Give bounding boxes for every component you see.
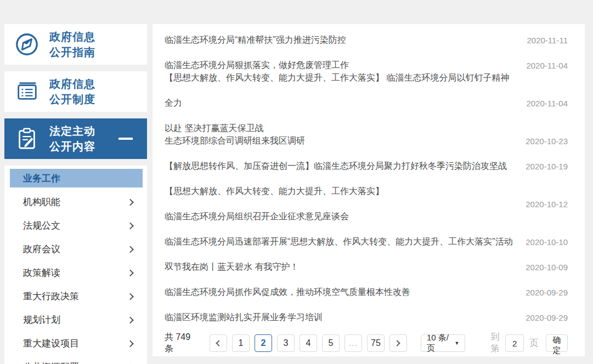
- chevron-right-icon: [127, 198, 134, 206]
- submenu-item-label: 法规公文: [4, 219, 60, 232]
- news-row[interactable]: 临淄生态环境分局迅速部署开展“思想大解放、作风大转变、能力大提升、工作大落实”活…: [165, 229, 568, 254]
- submenu-item-regulations[interactable]: 法规公文: [4, 214, 147, 237]
- chevron-left-icon: [216, 340, 222, 346]
- confirm-button[interactable]: 确定: [546, 334, 568, 352]
- compass-icon: [4, 32, 49, 57]
- next-page-button[interactable]: [389, 334, 407, 352]
- news-row[interactable]: 【思想大解放、作风大转变、能力大提升、工作大落实】 临淄生态环境分局组织召开企业…: [165, 179, 568, 229]
- submenu-item-public-resources[interactable]: 公共资源配置: [4, 355, 147, 364]
- page-button-1[interactable]: 1: [232, 334, 250, 352]
- news-title[interactable]: 【解放思想转作风、加压奋进创一流】临淄生态环境分局聚力打好秋冬季污染防治攻坚战: [165, 153, 521, 179]
- submenu-item-org-functions[interactable]: 机构职能: [4, 190, 147, 214]
- submenu-item-policy-interpretation[interactable]: 政策解读: [4, 261, 147, 285]
- caret-down-icon: ▼: [454, 340, 459, 346]
- news-date: 2020-11-04: [521, 61, 568, 70]
- sidebar-item-gov-info-system[interactable]: 政府信息 公开制度: [4, 71, 147, 112]
- pagination-bar: 共 749 条 1 2 3 4 5 ... 75 10 条/页 ▼ 到第 页 确…: [165, 330, 568, 356]
- news-row[interactable]: 【思想大解放、作风大转变、能力大提升、工作大落实】 临淄生态环境分局以钉钉子精神…: [165, 78, 568, 128]
- chevron-right-icon: [127, 293, 134, 300]
- news-title[interactable]: 临淄生态环境分局“精准帮扶”强力推进污染防控: [165, 27, 521, 53]
- news-title[interactable]: 生态环境部综合司调研组来我区调研: [165, 128, 521, 153]
- news-row[interactable]: 【解放思想转作风、加压奋进创一流】临淄生态环境分局聚力打好秋冬季污染防治攻坚战 …: [165, 153, 568, 179]
- submenu-item-major-decisions[interactable]: 重大行政决策: [4, 285, 147, 308]
- page-size-select[interactable]: 10 条/页 ▼: [421, 334, 466, 352]
- sidebar-submenu: 业务工作 机构职能 法规公文 政府会议 政策解读 重大行政决策 规划计划 重大建…: [4, 166, 147, 364]
- sidebar-item-label: 政府信息 公开指南: [49, 29, 147, 60]
- goto-page-group: 到第 页 确定: [490, 332, 568, 355]
- news-date: 2020-09-29: [521, 313, 568, 322]
- sidebar-item-label: 法定主动 公开内容: [49, 123, 118, 154]
- news-title[interactable]: 临淄生态环境分局抓作风促成效，推动环境空气质量根本性改善: [165, 280, 521, 305]
- submenu-item-label: 公共资源配置: [4, 361, 79, 364]
- page-button-2-active[interactable]: 2: [255, 334, 272, 352]
- news-date: 2020-11-04: [521, 99, 568, 108]
- submenu-item-label: 规划计划: [4, 314, 60, 326]
- chevron-right-icon: [394, 340, 400, 346]
- news-title[interactable]: 双节我在岗丨蓝天碧水 有我守护！: [165, 254, 521, 280]
- submenu-item-planning[interactable]: 规划计划: [4, 308, 147, 332]
- news-title[interactable]: 临淄生态环境分局迅速部署开展“思想大解放、作风大转变、能力大提升、工作大落实”活…: [165, 229, 521, 254]
- page-button-3[interactable]: 3: [277, 334, 295, 352]
- sidebar-item-statutory-disclosure[interactable]: 法定主动 公开内容: [4, 118, 147, 159]
- news-date: 2020-09-29: [521, 288, 568, 297]
- submenu-item-label: 重大行政决策: [4, 290, 79, 303]
- chevron-right-icon: [127, 246, 134, 253]
- sidebar-item-label: 政府信息 公开制度: [49, 76, 147, 107]
- chevron-right-icon: [127, 222, 134, 229]
- goto-page-input[interactable]: [505, 334, 524, 352]
- page-button-5[interactable]: 5: [322, 334, 340, 352]
- total-count-label: 共 749 条: [165, 332, 195, 355]
- sidebar-item-gov-info-guide[interactable]: 政府信息 公开指南: [4, 24, 147, 65]
- chevron-right-icon: [127, 340, 134, 347]
- news-title[interactable]: 临淄区环境监测站扎实开展业务学习培训: [165, 305, 521, 330]
- submenu-item-label: 业务工作: [10, 172, 60, 185]
- submenu-item-label: 重大建设项目: [4, 337, 79, 350]
- news-row[interactable]: 临淄区环境监测站扎实开展业务学习培训 2020-09-29: [165, 305, 568, 330]
- submenu-item-label: 政府会议: [4, 243, 60, 255]
- goto-suffix-label: 页: [529, 338, 538, 349]
- clipboard-pen-icon: [4, 126, 49, 151]
- submenu-item-gov-meetings[interactable]: 政府会议: [4, 237, 147, 261]
- page-ellipsis-button[interactable]: ...: [344, 334, 362, 352]
- news-row[interactable]: 临淄生态环境分局抓作风促成效，推动环境空气质量根本性改善 2020-09-29: [165, 280, 568, 305]
- goto-prefix-label: 到第: [490, 332, 500, 355]
- news-title[interactable]: 【思想大解放、作风大转变、能力大提升、工作大落实】 临淄生态环境分局组织召开企业…: [165, 179, 521, 229]
- news-row[interactable]: 临淄生态环境分局“精准帮扶”强力推进污染防控 2020-11-11: [165, 27, 568, 53]
- news-date: 2020-11-11: [521, 36, 568, 45]
- news-list-panel: 临淄生态环境分局“精准帮扶”强力推进污染防控 2020-11-11 临淄生态环境…: [153, 24, 585, 356]
- submenu-item-major-construction[interactable]: 重大建设项目: [4, 332, 147, 355]
- news-row[interactable]: 生态环境部综合司调研组来我区调研 2020-10-23: [165, 128, 568, 153]
- page-button-75[interactable]: 75: [367, 334, 385, 352]
- news-date: 2020-10-09: [521, 263, 568, 272]
- page-size-label: 10 条/页: [427, 333, 450, 354]
- submenu-item-label: 机构职能: [4, 196, 60, 208]
- page-button-4[interactable]: 4: [300, 334, 317, 352]
- news-date: 2020-10-19: [521, 162, 568, 171]
- ledger-icon: [4, 79, 49, 104]
- prev-page-button[interactable]: [210, 334, 227, 352]
- sidebar: 政府信息 公开指南 政府信息 公开制度 法定主动 公开内容 业务工作: [4, 24, 147, 364]
- chevron-right-icon: [127, 269, 134, 276]
- collapse-minus-icon[interactable]: [118, 138, 133, 140]
- news-row[interactable]: 双节我在岗丨蓝天碧水 有我守护！ 2020-10-09: [165, 254, 568, 280]
- submenu-item-label: 政策解读: [4, 266, 60, 279]
- news-date: 2020-10-10: [521, 237, 568, 247]
- news-date: 2020-10-23: [521, 136, 568, 146]
- submenu-item-business-work[interactable]: 业务工作: [10, 169, 143, 187]
- chevron-right-icon: [127, 316, 134, 323]
- news-date: 2020-10-12: [521, 200, 568, 209]
